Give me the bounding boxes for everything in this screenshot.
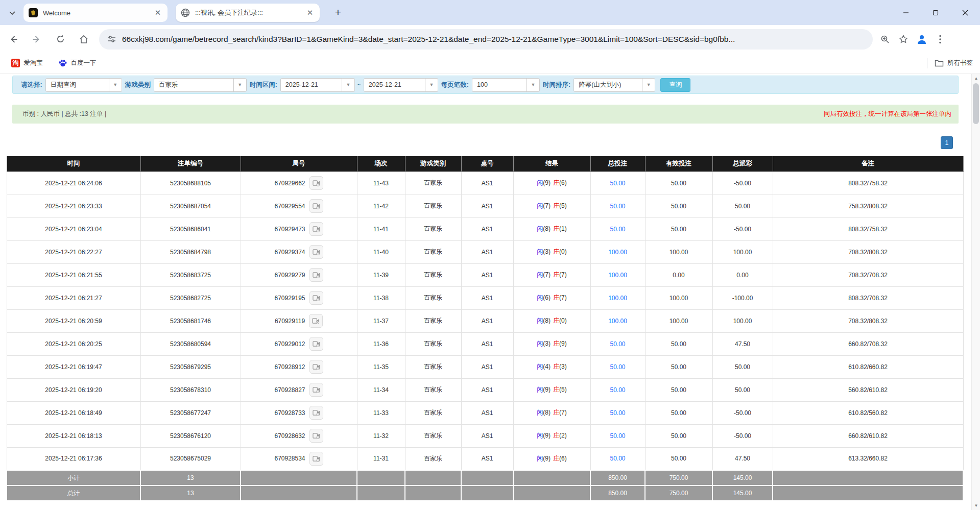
video-replay-icon[interactable] (309, 406, 323, 420)
cell-total-bet[interactable]: 50.00 (590, 172, 645, 195)
new-tab-button[interactable]: + (331, 6, 345, 20)
video-replay-icon[interactable] (309, 360, 323, 374)
column-header: 注单编号 (140, 156, 241, 172)
video-replay-icon[interactable] (309, 429, 323, 443)
cell-result: 闲(9)庄(2) (513, 424, 590, 447)
divider (927, 58, 927, 68)
cell-total-bet[interactable]: 50.00 (590, 195, 645, 217)
tab-betrecord-active[interactable]: :::视讯, 会员下注纪录::: ✕ (176, 4, 320, 22)
date-end-select[interactable]: 2025-12-21 ▼ (364, 78, 438, 92)
maximize-icon[interactable] (921, 0, 950, 25)
result-banker-score: (7) (559, 294, 567, 301)
video-replay-icon[interactable] (309, 291, 323, 305)
table-row: 2025-12-21 06:21:27523058682725670929195… (7, 286, 963, 309)
cell-game-type: 百家乐 (405, 401, 461, 424)
video-replay-icon[interactable] (309, 268, 323, 282)
cell-session: 11-38 (357, 286, 405, 309)
tab-close-icon[interactable]: ✕ (305, 8, 315, 17)
total-bet-link: 50.00 (610, 226, 625, 233)
tab-close-icon[interactable]: ✕ (153, 8, 162, 17)
game-type-select[interactable]: 百家乐 ▼ (154, 78, 247, 92)
kebab-menu-icon[interactable] (931, 30, 949, 48)
bookmark-baidu[interactable]: 百度一下 (54, 57, 101, 70)
query-mode-select[interactable]: 日期查询 ▼ (45, 78, 122, 92)
cell-session: 11-43 (357, 172, 405, 195)
cell-total-bet[interactable]: 50.00 (590, 401, 645, 424)
cell-result: 闲(7)庄(7) (513, 263, 590, 286)
scroll-down-icon[interactable]: ▼ (972, 501, 980, 510)
cell-round: 670928534 (241, 447, 357, 470)
sort-value: 降幂(由大到小) (574, 79, 642, 91)
cell-payout: -50.00 (712, 401, 773, 424)
video-replay-icon[interactable] (309, 199, 323, 213)
tab-welcome[interactable]: Welcome ✕ (23, 4, 168, 22)
video-replay-icon[interactable] (309, 337, 323, 351)
result-player-label: 闲 (537, 271, 543, 278)
total-bet-link: 50.00 (610, 455, 625, 462)
date-start-select[interactable]: 2025-12-21 ▼ (280, 78, 355, 92)
pagination-page-1[interactable]: 1 (941, 136, 953, 149)
video-replay-icon[interactable] (309, 383, 323, 397)
cell-time: 2025-12-21 06:18:49 (7, 401, 140, 424)
video-replay-icon[interactable] (309, 245, 323, 259)
cell-valid-bet: 50.00 (645, 447, 712, 470)
cell-total-bet[interactable]: 50.00 (590, 378, 645, 401)
video-replay-icon[interactable] (309, 452, 323, 466)
cell-total-bet[interactable]: 100.00 (590, 286, 645, 309)
cell-game-type: 百家乐 (405, 217, 461, 240)
game-type-value: 百家乐 (154, 79, 233, 91)
result-banker-label: 庄 (553, 294, 559, 301)
table-row: 2025-12-21 06:24:06523058688105670929662… (7, 172, 963, 195)
tab-search-chevron-icon[interactable] (5, 6, 19, 20)
cell-total-bet[interactable]: 50.00 (590, 332, 645, 355)
footer-empty-cell (405, 485, 461, 501)
scrollbar-thumb[interactable] (973, 83, 979, 124)
bookmark-star-icon[interactable] (894, 30, 913, 48)
query-button[interactable]: 查询 (660, 78, 690, 92)
close-window-icon[interactable] (950, 0, 980, 25)
cell-total-bet[interactable]: 50.00 (590, 447, 645, 470)
cell-result: 闲(8)庄(1) (513, 217, 590, 240)
cell-total-bet[interactable]: 50.00 (590, 217, 645, 240)
home-icon[interactable] (74, 29, 94, 50)
cell-total-bet[interactable]: 100.00 (590, 263, 645, 286)
cell-total-bet[interactable]: 100.00 (590, 240, 645, 263)
cell-game-type: 百家乐 (405, 447, 461, 470)
table-row: 2025-12-21 06:17:36523058675029670928534… (7, 447, 963, 470)
cell-remark: 660.82/708.32 (773, 332, 963, 355)
cell-total-bet[interactable]: 50.00 (590, 355, 645, 378)
result-banker-label: 庄 (553, 225, 559, 232)
result-player-label: 闲 (537, 340, 543, 347)
zoom-search-icon[interactable] (876, 30, 894, 48)
cell-total-bet[interactable]: 100.00 (590, 309, 645, 332)
cell-total-bet[interactable]: 50.00 (590, 424, 645, 447)
back-icon[interactable] (3, 29, 23, 50)
bookmark-taobao[interactable]: 淘 爱淘宝 (7, 57, 47, 69)
all-bookmarks[interactable]: 所有书签 (927, 58, 973, 68)
cell-payout: -50.00 (712, 217, 773, 240)
forward-icon[interactable] (27, 29, 47, 50)
cell-round: 670928912 (241, 355, 357, 378)
scroll-up-icon[interactable]: ▲ (972, 74, 980, 83)
video-replay-icon[interactable] (309, 222, 323, 236)
cell-result: 闲(8)庄(0) (513, 309, 590, 332)
video-replay-icon[interactable] (309, 314, 323, 328)
reload-icon[interactable] (50, 29, 70, 50)
cell-session: 11-32 (357, 424, 405, 447)
table-row: 2025-12-21 06:19:47523058679295670928912… (7, 355, 963, 378)
vertical-scrollbar[interactable]: ▲ ▼ (971, 74, 980, 510)
video-replay-icon[interactable] (309, 176, 323, 190)
result-player-score: (6) (543, 294, 551, 301)
minimize-icon[interactable] (891, 0, 921, 25)
cell-valid-bet: 100.00 (645, 309, 712, 332)
round-number: 670928733 (274, 409, 305, 417)
cell-table-no: AS1 (461, 286, 513, 309)
chevron-down-icon: ▼ (425, 79, 438, 91)
url-bar[interactable]: 66cxkj98.com/game/betrecord_search/kind3… (99, 29, 873, 50)
site-controls-icon[interactable] (107, 35, 116, 43)
profile-avatar-icon[interactable] (913, 30, 931, 48)
sort-select[interactable]: 降幂(由大到小) ▼ (573, 78, 655, 92)
result-banker-score: (7) (559, 271, 567, 278)
cell-result: 闲(7)庄(5) (513, 195, 590, 217)
page-size-select[interactable]: 100 ▼ (472, 78, 540, 92)
